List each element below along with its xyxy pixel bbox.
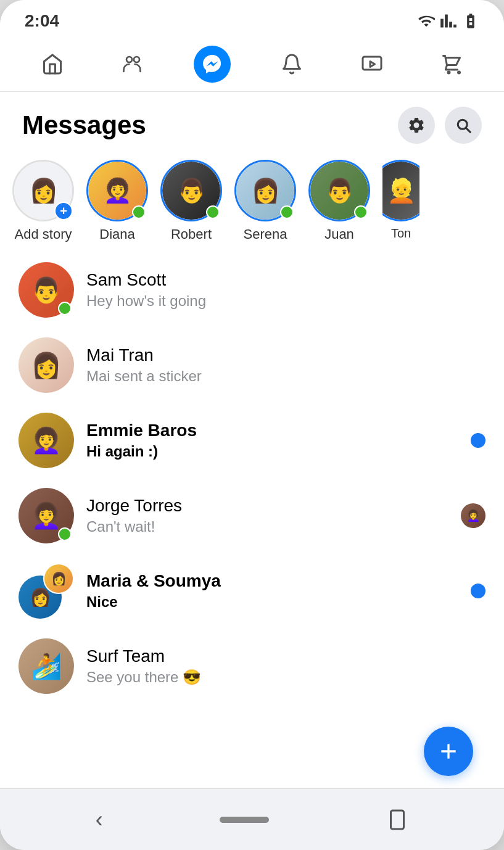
svg-rect-6 xyxy=(391,811,404,829)
sam-avatar-wrap: 👨 xyxy=(19,262,74,318)
plus-icon xyxy=(436,739,461,764)
diana-online-indicator xyxy=(132,205,146,219)
emmie-unread-dot xyxy=(471,433,485,448)
jorge-thumb: 👩‍🦱 xyxy=(461,503,485,528)
jorge-name: Jorge Torres xyxy=(86,496,453,516)
battery-icon xyxy=(462,12,479,30)
story-diana-label: Diana xyxy=(99,226,134,242)
nav-messenger[interactable] xyxy=(194,46,231,83)
sam-content: Sam Scott Hey how's it going xyxy=(86,270,485,310)
messages-list: 👨 Sam Scott Hey how's it going 👩 Mai Tra… xyxy=(0,252,504,788)
sam-online-indicator xyxy=(58,302,72,315)
story-robert[interactable]: 👨 Robert xyxy=(160,160,222,242)
nav-home[interactable] xyxy=(34,46,71,83)
maria-avatar-wrap: 👩 👩 xyxy=(19,563,74,619)
story-juan[interactable]: 👨 Juan xyxy=(308,160,370,242)
page-title: Messages xyxy=(22,110,146,140)
emmie-avatar: 👩‍🦱 xyxy=(19,413,74,468)
svg-marker-3 xyxy=(370,62,375,67)
story-ton[interactable]: 👱 Ton xyxy=(382,160,419,241)
message-item-jorge[interactable]: 👩‍🦱 Jorge Torres Can't wait! 👩‍🦱 xyxy=(0,478,504,553)
wifi-icon xyxy=(418,12,435,30)
story-serena-label: Serena xyxy=(244,226,287,242)
status-icons xyxy=(418,12,479,30)
sam-preview: Hey how's it going xyxy=(86,292,485,310)
emmie-unread-indicator xyxy=(471,433,485,448)
svg-point-0 xyxy=(126,57,132,62)
search-icon xyxy=(454,116,473,134)
maria-unread-indicator xyxy=(471,584,485,598)
svg-point-1 xyxy=(134,57,139,62)
rotate-icon xyxy=(386,809,408,831)
surf-preview: See you there 😎 xyxy=(86,669,485,686)
bottom-nav: ‹ xyxy=(0,788,504,850)
nav-marketplace[interactable] xyxy=(433,46,470,83)
nav-notifications[interactable] xyxy=(273,46,310,83)
emmie-name: Emmie Baros xyxy=(86,421,463,440)
phone-frame: 2:04 xyxy=(0,0,504,850)
surf-content: Surf Team See you there 😎 xyxy=(86,646,485,686)
header-actions xyxy=(398,107,482,144)
story-add-label: Add story xyxy=(15,226,72,242)
maria-preview: Nice xyxy=(86,593,463,611)
home-pill[interactable] xyxy=(220,817,269,823)
mai-avatar-wrap: 👩 xyxy=(19,337,74,393)
status-time: 2:04 xyxy=(25,11,59,31)
story-ton-label: Ton xyxy=(391,226,411,241)
emmie-avatar-wrap: 👩‍🦱 xyxy=(19,413,74,468)
mai-preview: Mai sent a sticker xyxy=(86,368,485,385)
message-item-emmie[interactable]: 👩‍🦱 Emmie Baros Hi again :) xyxy=(0,403,504,478)
story-add[interactable]: 👩 + Add story xyxy=(12,160,74,242)
surf-avatar-wrap: 🏄 xyxy=(19,638,74,694)
maria-group-avatar: 👩 👩 xyxy=(19,563,74,619)
message-item-sam[interactable]: 👨 Sam Scott Hey how's it going xyxy=(0,252,504,328)
maria-name: Maria & Soumya xyxy=(86,571,463,591)
jorge-online-indicator xyxy=(58,527,72,541)
back-button[interactable]: ‹ xyxy=(96,807,103,833)
story-diana[interactable]: 👩‍🦱 Diana xyxy=(86,160,148,242)
new-message-fab[interactable] xyxy=(424,727,473,776)
rotate-button[interactable] xyxy=(386,809,408,831)
mai-avatar: 👩 xyxy=(19,337,74,393)
sam-name: Sam Scott xyxy=(86,270,485,290)
mai-content: Mai Tran Mai sent a sticker xyxy=(86,345,485,385)
add-story-plus: + xyxy=(54,202,73,220)
jorge-thumb-indicator: 👩‍🦱 xyxy=(461,503,485,528)
settings-button[interactable] xyxy=(398,107,435,144)
jorge-avatar-wrap: 👩‍🦱 xyxy=(19,488,74,543)
story-serena[interactable]: 👩 Serena xyxy=(234,160,296,242)
maria-unread-dot xyxy=(471,584,485,598)
robert-online-indicator xyxy=(206,205,220,219)
nav-friends[interactable] xyxy=(114,46,151,83)
serena-online-indicator xyxy=(280,205,294,219)
story-robert-label: Robert xyxy=(171,226,212,242)
message-item-surf[interactable]: 🏄 Surf Team See you there 😎 xyxy=(0,629,504,704)
maria-content: Maria & Soumya Nice xyxy=(86,571,463,611)
gear-icon xyxy=(407,116,426,134)
svg-point-4 xyxy=(448,72,450,73)
surf-name: Surf Team xyxy=(86,646,485,666)
page-header: Messages xyxy=(0,92,504,154)
signal-icon xyxy=(440,12,457,30)
svg-point-5 xyxy=(458,72,460,73)
emmie-content: Emmie Baros Hi again :) xyxy=(86,421,463,460)
message-item-maria[interactable]: 👩 👩 Maria & Soumya Nice xyxy=(0,553,504,629)
jorge-preview: Can't wait! xyxy=(86,518,453,535)
message-item-mai[interactable]: 👩 Mai Tran Mai sent a sticker xyxy=(0,328,504,403)
mai-name: Mai Tran xyxy=(86,345,485,365)
story-juan-label: Juan xyxy=(324,226,354,242)
jorge-content: Jorge Torres Can't wait! xyxy=(86,496,453,535)
surf-avatar: 🏄 xyxy=(19,638,74,694)
nav-watch[interactable] xyxy=(353,46,390,83)
search-button[interactable] xyxy=(445,107,482,144)
emmie-preview: Hi again :) xyxy=(86,443,463,460)
nav-bar xyxy=(0,37,504,92)
juan-online-indicator xyxy=(354,205,368,219)
stories-row: 👩 + Add story 👩‍🦱 Diana 👨 xyxy=(0,154,504,252)
status-bar: 2:04 xyxy=(0,0,504,37)
